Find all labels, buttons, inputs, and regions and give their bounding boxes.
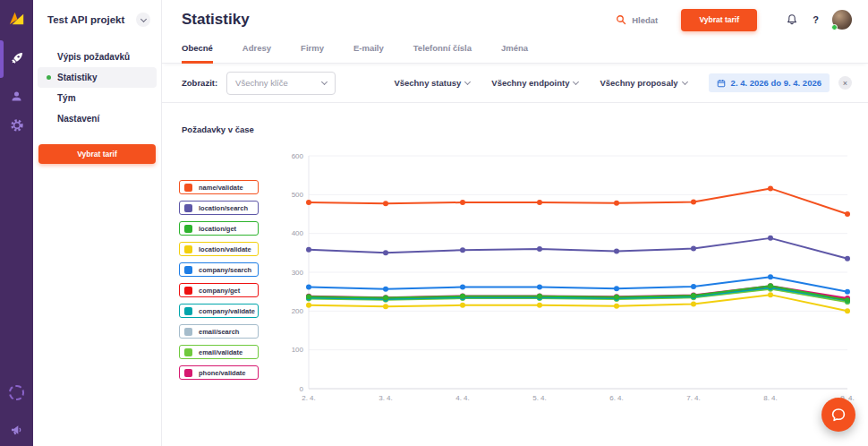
brand-logo[interactable]	[6, 8, 27, 32]
legend-swatch	[184, 245, 192, 253]
chat-bubble-icon	[830, 407, 847, 423]
tab-companies[interactable]: Firmy	[301, 43, 324, 64]
legend-item-company-validate[interactable]: company/validate	[179, 304, 259, 318]
legend-label: company/search	[199, 266, 251, 274]
legend-swatch	[184, 287, 192, 295]
tab-names[interactable]: Jména	[501, 43, 528, 64]
legend-swatch	[184, 307, 192, 315]
show-label: Zobrazit:	[182, 78, 217, 88]
gear-icon	[10, 118, 24, 133]
keys-select-value: Všechny klíče	[235, 78, 288, 88]
legend-swatch	[184, 204, 192, 212]
legend-item-location-search[interactable]: location/search	[179, 201, 259, 215]
legend-swatch	[184, 225, 192, 233]
bell-icon	[786, 13, 798, 26]
legend-swatch	[184, 369, 192, 377]
avatar[interactable]	[832, 10, 852, 30]
legend-label: company/validate	[199, 307, 255, 315]
legend-swatch	[184, 348, 192, 356]
rail-item-api[interactable]	[0, 51, 33, 65]
clear-date-button[interactable]: ×	[838, 76, 852, 90]
project-selector[interactable]: Test API projekt	[33, 0, 161, 27]
legend-swatch	[184, 328, 192, 336]
endpoints-dropdown-label: Všechny endpointy	[491, 78, 569, 88]
tab-emails[interactable]: E-maily	[353, 43, 384, 64]
project-name: Test API projekt	[47, 14, 124, 25]
chevron-down-icon	[140, 15, 146, 21]
svg-text:300: 300	[292, 269, 304, 277]
legend-swatch	[184, 184, 192, 192]
chevron-down-icon	[573, 78, 579, 84]
rail-item-users[interactable]	[0, 90, 33, 103]
sidebar-item-label: Statistiky	[57, 73, 97, 82]
search-control[interactable]: Hledat	[616, 14, 658, 25]
proposals-dropdown[interactable]: Všechny proposaly	[600, 78, 686, 88]
svg-text:0: 0	[300, 385, 304, 393]
legend-label: location/get	[199, 225, 236, 233]
project-sidebar: Test API projekt Výpis požadavků Statist…	[33, 0, 162, 446]
choose-tariff-button[interactable]: Vybrat tarif	[38, 144, 156, 164]
svg-text:5. 4.: 5. 4.	[532, 394, 547, 402]
legend-item-name-validate[interactable]: name/validate	[179, 180, 259, 194]
rocket-icon	[10, 51, 24, 65]
megaphone-icon	[10, 423, 24, 437]
date-range-picker[interactable]: 2. 4. 2026 do 9. 4. 2026	[709, 73, 830, 92]
endpoints-dropdown[interactable]: Všechny endpointy	[491, 78, 578, 88]
sidebar-item-settings[interactable]: Nastavení	[38, 108, 157, 129]
svg-text:7. 4.: 7. 4.	[686, 394, 701, 402]
requests-over-time-chart[interactable]: 01002003004005006002. 4.3. 4.4. 4.5. 4.6…	[282, 150, 864, 407]
page-title: Statistiky	[182, 11, 250, 29]
legend-swatch	[184, 266, 192, 274]
legend-item-location-validate[interactable]: location/validate	[179, 242, 259, 256]
filter-bar: Zobrazit: Všechny klíče Všechny statusy …	[162, 64, 868, 103]
active-dot-icon	[47, 75, 51, 80]
chat-launcher-button[interactable]	[821, 398, 855, 432]
legend-item-location-get[interactable]: location/get	[179, 221, 259, 236]
calendar-icon	[717, 79, 726, 88]
legend-item-email-search[interactable]: email/search	[179, 324, 259, 339]
project-menu: Výpis požadavků Statistiky Tým Nastavení	[33, 47, 161, 129]
choose-tariff-button-top[interactable]: Vybrat tarif	[681, 9, 757, 31]
tab-general[interactable]: Obecné	[182, 43, 213, 64]
topbar: Statistiky Hledat Vybrat tarif ?	[162, 0, 868, 39]
online-status-dot	[831, 24, 838, 30]
legend-label: phone/validate	[199, 369, 246, 377]
legend-label: email/validate	[199, 348, 243, 356]
chart-title: Požadavky v čase	[182, 124, 254, 134]
svg-text:8. 4.: 8. 4.	[763, 394, 778, 402]
legend-label: name/validate	[199, 184, 243, 192]
project-chevron-button[interactable]	[136, 13, 150, 27]
user-icon	[10, 90, 23, 103]
svg-text:500: 500	[292, 191, 304, 199]
search-label: Hledat	[632, 15, 658, 25]
chart-section: Požadavky v čase name/validatelocation/s…	[162, 103, 868, 390]
sidebar-item-team[interactable]: Tým	[38, 88, 157, 108]
tab-phone-numbers[interactable]: Telefonní čísla	[413, 43, 472, 64]
icon-rail	[0, 0, 33, 446]
rail-item-announcements[interactable]	[0, 423, 33, 437]
rail-item-status[interactable]	[0, 385, 33, 400]
legend-item-company-get[interactable]: company/get	[179, 283, 259, 297]
legend-item-phone-validate[interactable]: phone/validate	[179, 365, 259, 380]
rail-item-settings[interactable]	[0, 118, 33, 133]
statuses-dropdown[interactable]: Všechny statusy	[394, 78, 470, 88]
keys-select[interactable]: Všechny klíče	[226, 72, 336, 95]
legend-item-email-validate[interactable]: email/validate	[179, 345, 259, 359]
svg-text:3. 4.: 3. 4.	[379, 394, 393, 402]
chevron-down-icon	[321, 78, 328, 84]
sidebar-item-statistics[interactable]: Statistiky	[38, 67, 157, 88]
svg-text:6. 4.: 6. 4.	[609, 394, 624, 402]
proposals-dropdown-label: Všechny proposaly	[600, 78, 677, 88]
sidebar-item-requests[interactable]: Výpis požadavků	[38, 47, 157, 67]
search-icon	[616, 14, 626, 25]
legend-item-company-search[interactable]: company/search	[179, 262, 259, 277]
legend-label: location/validate	[199, 245, 251, 253]
tab-addresses[interactable]: Adresy	[243, 43, 271, 64]
svg-text:4. 4.: 4. 4.	[455, 394, 470, 402]
topbar-actions: Hledat Vybrat tarif ?	[616, 9, 852, 31]
svg-text:200: 200	[292, 307, 304, 315]
help-button[interactable]: ?	[813, 14, 819, 25]
notifications-button[interactable]	[786, 13, 798, 26]
legend-label: email/search	[199, 328, 239, 336]
legend-label: location/search	[199, 204, 248, 212]
